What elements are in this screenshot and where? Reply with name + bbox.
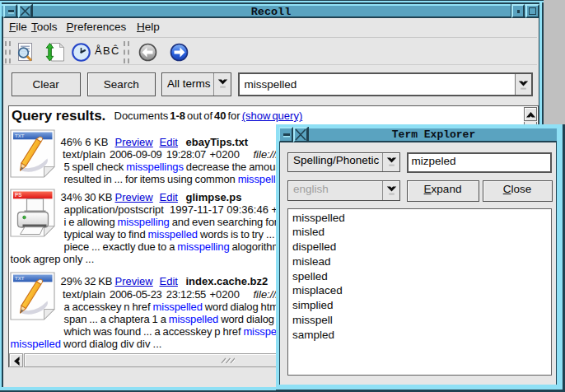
svg-text:TXT: TXT	[15, 276, 25, 281]
svg-text:PS: PS	[15, 192, 21, 198]
svg-text:TXT: TXT	[15, 133, 25, 138]
